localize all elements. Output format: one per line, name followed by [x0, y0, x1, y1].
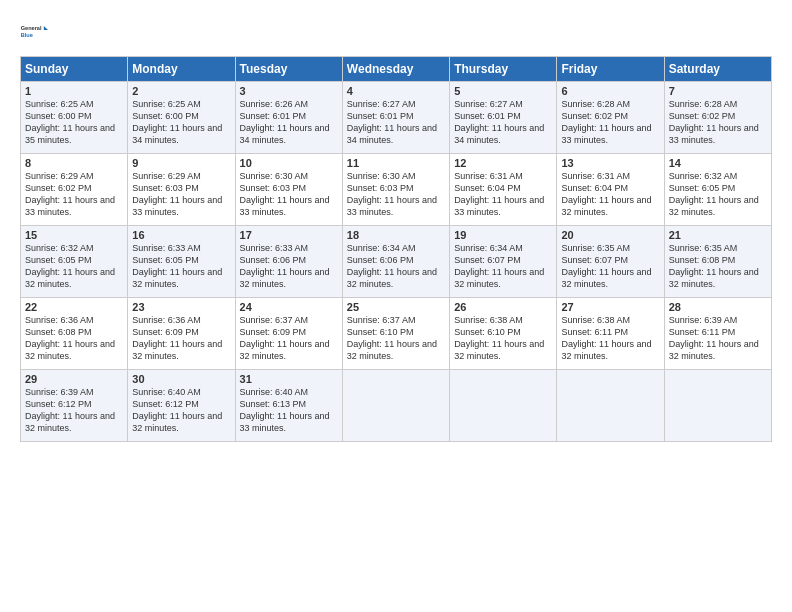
day-info: Sunrise: 6:38 AM Sunset: 6:11 PM Dayligh… — [561, 314, 659, 363]
day-info: Sunrise: 6:37 AM Sunset: 6:10 PM Dayligh… — [347, 314, 445, 363]
day-info: Sunrise: 6:31 AM Sunset: 6:04 PM Dayligh… — [454, 170, 552, 219]
calendar-cell — [664, 370, 771, 442]
day-number: 10 — [240, 157, 338, 169]
logo-icon: GeneralBlue — [20, 18, 48, 46]
day-number: 12 — [454, 157, 552, 169]
day-info: Sunrise: 6:35 AM Sunset: 6:07 PM Dayligh… — [561, 242, 659, 291]
day-number: 6 — [561, 85, 659, 97]
day-number: 20 — [561, 229, 659, 241]
day-number: 13 — [561, 157, 659, 169]
calendar-cell: 3Sunrise: 6:26 AM Sunset: 6:01 PM Daylig… — [235, 82, 342, 154]
header-cell-thursday: Thursday — [450, 57, 557, 82]
calendar-table: SundayMondayTuesdayWednesdayThursdayFrid… — [20, 56, 772, 442]
day-info: Sunrise: 6:39 AM Sunset: 6:12 PM Dayligh… — [25, 386, 123, 435]
day-info: Sunrise: 6:28 AM Sunset: 6:02 PM Dayligh… — [561, 98, 659, 147]
calendar-cell: 26Sunrise: 6:38 AM Sunset: 6:10 PM Dayli… — [450, 298, 557, 370]
day-info: Sunrise: 6:34 AM Sunset: 6:07 PM Dayligh… — [454, 242, 552, 291]
svg-text:General: General — [21, 25, 42, 31]
calendar-cell: 30Sunrise: 6:40 AM Sunset: 6:12 PM Dayli… — [128, 370, 235, 442]
day-info: Sunrise: 6:39 AM Sunset: 6:11 PM Dayligh… — [669, 314, 767, 363]
day-info: Sunrise: 6:37 AM Sunset: 6:09 PM Dayligh… — [240, 314, 338, 363]
calendar-cell: 16Sunrise: 6:33 AM Sunset: 6:05 PM Dayli… — [128, 226, 235, 298]
day-number: 22 — [25, 301, 123, 313]
calendar-cell: 2Sunrise: 6:25 AM Sunset: 6:00 PM Daylig… — [128, 82, 235, 154]
day-number: 2 — [132, 85, 230, 97]
day-info: Sunrise: 6:26 AM Sunset: 6:01 PM Dayligh… — [240, 98, 338, 147]
day-number: 5 — [454, 85, 552, 97]
calendar-cell — [342, 370, 449, 442]
calendar-cell: 10Sunrise: 6:30 AM Sunset: 6:03 PM Dayli… — [235, 154, 342, 226]
day-number: 4 — [347, 85, 445, 97]
day-info: Sunrise: 6:36 AM Sunset: 6:09 PM Dayligh… — [132, 314, 230, 363]
day-info: Sunrise: 6:28 AM Sunset: 6:02 PM Dayligh… — [669, 98, 767, 147]
logo: GeneralBlue — [20, 18, 48, 46]
calendar-cell: 1Sunrise: 6:25 AM Sunset: 6:00 PM Daylig… — [21, 82, 128, 154]
calendar-cell — [450, 370, 557, 442]
day-number: 9 — [132, 157, 230, 169]
calendar-cell: 19Sunrise: 6:34 AM Sunset: 6:07 PM Dayli… — [450, 226, 557, 298]
day-number: 28 — [669, 301, 767, 313]
svg-marker-2 — [44, 26, 48, 30]
day-info: Sunrise: 6:40 AM Sunset: 6:13 PM Dayligh… — [240, 386, 338, 435]
day-info: Sunrise: 6:38 AM Sunset: 6:10 PM Dayligh… — [454, 314, 552, 363]
calendar-cell: 15Sunrise: 6:32 AM Sunset: 6:05 PM Dayli… — [21, 226, 128, 298]
day-number: 11 — [347, 157, 445, 169]
calendar-cell: 14Sunrise: 6:32 AM Sunset: 6:05 PM Dayli… — [664, 154, 771, 226]
day-number: 15 — [25, 229, 123, 241]
day-number: 1 — [25, 85, 123, 97]
day-number: 14 — [669, 157, 767, 169]
calendar-cell: 17Sunrise: 6:33 AM Sunset: 6:06 PM Dayli… — [235, 226, 342, 298]
day-info: Sunrise: 6:29 AM Sunset: 6:03 PM Dayligh… — [132, 170, 230, 219]
header-cell-saturday: Saturday — [664, 57, 771, 82]
day-info: Sunrise: 6:32 AM Sunset: 6:05 PM Dayligh… — [669, 170, 767, 219]
header-cell-friday: Friday — [557, 57, 664, 82]
calendar-cell: 29Sunrise: 6:39 AM Sunset: 6:12 PM Dayli… — [21, 370, 128, 442]
day-info: Sunrise: 6:33 AM Sunset: 6:06 PM Dayligh… — [240, 242, 338, 291]
calendar-body: 1Sunrise: 6:25 AM Sunset: 6:00 PM Daylig… — [21, 82, 772, 442]
day-number: 29 — [25, 373, 123, 385]
day-number: 18 — [347, 229, 445, 241]
day-number: 24 — [240, 301, 338, 313]
day-info: Sunrise: 6:29 AM Sunset: 6:02 PM Dayligh… — [25, 170, 123, 219]
calendar-cell: 4Sunrise: 6:27 AM Sunset: 6:01 PM Daylig… — [342, 82, 449, 154]
day-info: Sunrise: 6:27 AM Sunset: 6:01 PM Dayligh… — [347, 98, 445, 147]
calendar-week-3: 15Sunrise: 6:32 AM Sunset: 6:05 PM Dayli… — [21, 226, 772, 298]
header-cell-tuesday: Tuesday — [235, 57, 342, 82]
calendar-cell: 8Sunrise: 6:29 AM Sunset: 6:02 PM Daylig… — [21, 154, 128, 226]
calendar-cell: 24Sunrise: 6:37 AM Sunset: 6:09 PM Dayli… — [235, 298, 342, 370]
calendar-cell: 28Sunrise: 6:39 AM Sunset: 6:11 PM Dayli… — [664, 298, 771, 370]
calendar-cell: 27Sunrise: 6:38 AM Sunset: 6:11 PM Dayli… — [557, 298, 664, 370]
day-info: Sunrise: 6:30 AM Sunset: 6:03 PM Dayligh… — [240, 170, 338, 219]
calendar-week-4: 22Sunrise: 6:36 AM Sunset: 6:08 PM Dayli… — [21, 298, 772, 370]
calendar-week-2: 8Sunrise: 6:29 AM Sunset: 6:02 PM Daylig… — [21, 154, 772, 226]
day-number: 31 — [240, 373, 338, 385]
calendar-week-1: 1Sunrise: 6:25 AM Sunset: 6:00 PM Daylig… — [21, 82, 772, 154]
day-number: 25 — [347, 301, 445, 313]
day-number: 23 — [132, 301, 230, 313]
day-info: Sunrise: 6:25 AM Sunset: 6:00 PM Dayligh… — [132, 98, 230, 147]
day-info: Sunrise: 6:25 AM Sunset: 6:00 PM Dayligh… — [25, 98, 123, 147]
day-number: 26 — [454, 301, 552, 313]
day-info: Sunrise: 6:31 AM Sunset: 6:04 PM Dayligh… — [561, 170, 659, 219]
day-number: 17 — [240, 229, 338, 241]
calendar-cell: 21Sunrise: 6:35 AM Sunset: 6:08 PM Dayli… — [664, 226, 771, 298]
svg-text:Blue: Blue — [21, 32, 33, 38]
calendar-cell: 18Sunrise: 6:34 AM Sunset: 6:06 PM Dayli… — [342, 226, 449, 298]
day-number: 3 — [240, 85, 338, 97]
calendar-cell: 31Sunrise: 6:40 AM Sunset: 6:13 PM Dayli… — [235, 370, 342, 442]
header-cell-sunday: Sunday — [21, 57, 128, 82]
day-number: 16 — [132, 229, 230, 241]
calendar-week-5: 29Sunrise: 6:39 AM Sunset: 6:12 PM Dayli… — [21, 370, 772, 442]
day-number: 19 — [454, 229, 552, 241]
header: GeneralBlue — [20, 18, 772, 46]
calendar-cell: 13Sunrise: 6:31 AM Sunset: 6:04 PM Dayli… — [557, 154, 664, 226]
calendar-cell: 6Sunrise: 6:28 AM Sunset: 6:02 PM Daylig… — [557, 82, 664, 154]
day-info: Sunrise: 6:33 AM Sunset: 6:05 PM Dayligh… — [132, 242, 230, 291]
header-cell-wednesday: Wednesday — [342, 57, 449, 82]
calendar-cell: 11Sunrise: 6:30 AM Sunset: 6:03 PM Dayli… — [342, 154, 449, 226]
header-cell-monday: Monday — [128, 57, 235, 82]
day-info: Sunrise: 6:34 AM Sunset: 6:06 PM Dayligh… — [347, 242, 445, 291]
day-info: Sunrise: 6:35 AM Sunset: 6:08 PM Dayligh… — [669, 242, 767, 291]
day-number: 27 — [561, 301, 659, 313]
day-number: 30 — [132, 373, 230, 385]
